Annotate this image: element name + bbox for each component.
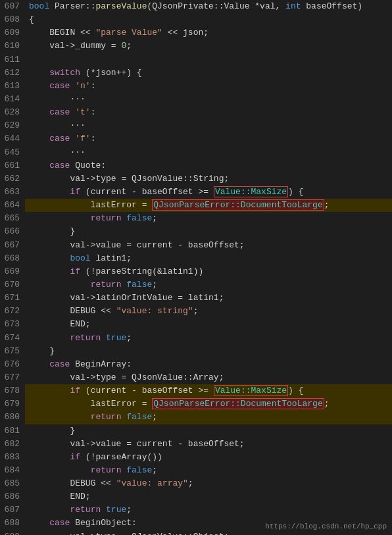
token: val->type = QJsonValue::String; <box>29 174 229 184</box>
code-line: 612 switch (*json++) { <box>0 66 392 80</box>
line-number: 671 <box>0 292 25 305</box>
token: true <box>106 505 126 515</box>
token: case <box>49 134 70 143</box>
token: case <box>49 81 70 91</box>
line-content: return false; <box>25 464 392 477</box>
code-line: 680 return false; <box>0 411 392 424</box>
line-number: 672 <box>0 305 25 318</box>
token: false <box>126 412 152 422</box>
token: true <box>106 333 126 343</box>
token: "value: string" <box>116 306 193 316</box>
line-number: 674 <box>0 332 25 345</box>
token <box>29 505 70 515</box>
code-line: 674 return true; <box>0 332 392 345</box>
line-number: 613 <box>0 80 25 93</box>
code-line: 609 BEGIN << "parse Value" << json; <box>0 26 392 39</box>
line-content: return false; <box>25 278 392 292</box>
token: case <box>49 107 70 117</box>
line-content: return false; <box>25 411 392 424</box>
line-number: 685 <box>0 477 25 490</box>
code-line: 673 END; <box>0 318 392 331</box>
code-line: 610 val->_dummy = 0; <box>0 39 392 53</box>
token: ) { <box>288 386 303 395</box>
token: (!parseString(&latin1)) <box>80 267 203 276</box>
line-number: 680 <box>0 411 25 424</box>
token: "parse Value" <box>95 28 162 38</box>
token <box>29 213 91 223</box>
token: val->_dummy = <box>29 41 121 51</box>
token: val->value = current - baseOffset; <box>29 439 245 449</box>
token: } <box>29 426 75 436</box>
token: "value: array" <box>116 478 188 488</box>
line-number: 686 <box>0 490 25 503</box>
token: return <box>91 465 122 475</box>
token: : <box>91 107 96 117</box>
line-number: 681 <box>0 424 25 438</box>
token: case <box>49 359 70 369</box>
highlighted-token-fill: QJsonParseError::DocumentTooLarge <box>152 199 324 211</box>
token: lastError = <box>29 399 152 409</box>
line-content: case BeginArray: <box>25 358 392 371</box>
line-number: 612 <box>0 66 25 80</box>
line-content: } <box>25 345 392 358</box>
token: : <box>91 134 96 143</box>
token: return <box>91 412 122 422</box>
token: false <box>126 465 152 475</box>
token: return <box>70 505 101 515</box>
code-editor: 607bool Parser::parseValue(QJsonPrivate:… <box>0 0 392 535</box>
code-line: 668 bool latin1; <box>0 252 392 265</box>
token <box>29 412 91 422</box>
token: ; <box>324 200 330 210</box>
token: if <box>70 386 80 395</box>
token <box>29 107 49 117</box>
line-content: BEGIN << "parse Value" << json; <box>25 26 392 39</box>
code-line: 686 END; <box>0 490 392 503</box>
token: parseValue <box>95 1 147 11</box>
line-content: END; <box>25 318 392 331</box>
token: ; <box>188 478 193 488</box>
token: ; <box>193 306 199 316</box>
token <box>29 386 70 395</box>
line-content: } <box>25 225 392 238</box>
line-number: 688 <box>0 517 25 530</box>
line-content <box>25 53 392 66</box>
code-line: 667 val->value = current - baseOffset; <box>0 239 392 252</box>
token: if <box>70 452 80 462</box>
line-number: 676 <box>0 358 25 371</box>
line-number: 678 <box>0 384 25 397</box>
line-number: 683 <box>0 451 25 464</box>
line-content: if (current - baseOffset >= Value::MaxSi… <box>25 186 392 199</box>
token: return <box>91 280 122 290</box>
line-number: 675 <box>0 345 25 358</box>
line-content: ··· <box>25 146 392 159</box>
token: (QJsonPrivate::Value *val, <box>147 1 285 11</box>
token: ; <box>152 412 157 422</box>
code-line: 675 } <box>0 345 392 358</box>
line-content: val->value = current - baseOffset; <box>25 239 392 252</box>
token: ) { <box>288 187 303 197</box>
line-content: if (!parseArray()) <box>25 451 392 464</box>
code-line: 671 val->latinOrIntValue = latin1; <box>0 292 392 305</box>
token: 't' <box>75 107 90 117</box>
code-line: 684 return false; <box>0 464 392 477</box>
code-line: 628 case 't': <box>0 106 392 119</box>
line-number: 664 <box>0 199 25 212</box>
token: val->value = current - baseOffset; <box>29 240 245 250</box>
token: val->type = QJsonValue::Array; <box>29 372 224 382</box>
line-content: DEBUG << "value: array"; <box>25 477 392 490</box>
token: BeginObject: <box>70 518 136 528</box>
code-line: 678 if (current - baseOffset >= Value::M… <box>0 384 392 397</box>
token: int <box>285 1 301 11</box>
code-line: 681 } <box>0 424 392 438</box>
line-number: 663 <box>0 186 25 199</box>
line-content: lastError = QJsonParseError::DocumentToo… <box>25 199 392 212</box>
code-line: 665 return false; <box>0 212 392 225</box>
code-line: 676 case BeginArray: <box>0 358 392 371</box>
token: } <box>29 226 75 236</box>
line-number: 629 <box>0 119 25 132</box>
line-number: 614 <box>0 93 25 106</box>
token: END; <box>29 492 91 501</box>
line-number: 610 <box>0 39 25 53</box>
line-content: case 't': <box>25 106 392 119</box>
token: : <box>91 81 96 91</box>
